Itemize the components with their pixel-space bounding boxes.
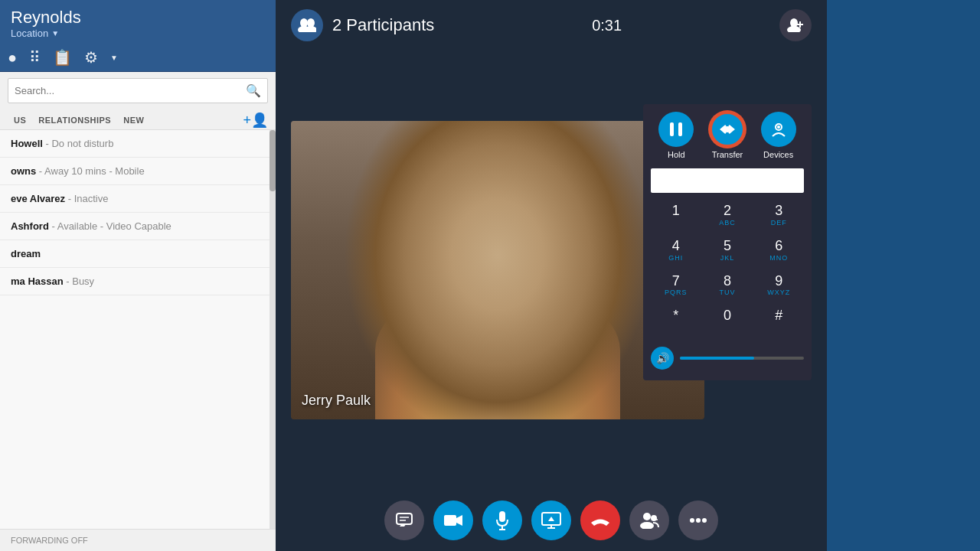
contact-name: ma Hassan: [11, 276, 64, 287]
dialpad-input[interactable]: [651, 168, 804, 193]
sidebar-search-box: 🔍: [8, 78, 268, 103]
devices-label: Devices: [763, 150, 793, 159]
settings-icon[interactable]: ⚙: [84, 48, 98, 67]
sidebar-footer: FORWARDING OFF: [0, 529, 276, 551]
sidebar-header: Reynolds Location ▼: [0, 0, 276, 44]
video-wrapper: Jerry Paulk Hold: [276, 51, 827, 490]
contact-status: - Inactive: [68, 193, 109, 204]
key-3[interactable]: 3DEF: [754, 199, 804, 233]
volume-icon[interactable]: 🔊: [651, 347, 674, 370]
volume-bar: 🔊: [651, 344, 804, 373]
add-participant-button[interactable]: [779, 9, 812, 41]
dialpad-grid: 1 2ABC 3DEF 4GHI 5JKL 6MNO 7PQRS 8TUV 9W…: [651, 199, 804, 337]
key-hash[interactable]: #: [754, 304, 804, 337]
dialpad-icon[interactable]: ⠿: [29, 48, 41, 67]
contact-name: Ashford: [11, 220, 49, 232]
more-options-button[interactable]: [678, 500, 718, 540]
sidebar-location-text: Location: [11, 28, 48, 39]
hold-label: Hold: [668, 150, 685, 159]
key-5[interactable]: 5JKL: [702, 234, 752, 268]
call-header: 2 Participants 0:31: [276, 0, 827, 51]
svg-rect-16: [499, 511, 505, 522]
calendar-icon[interactable]: 📋: [53, 48, 72, 67]
person-face: [291, 121, 704, 419]
chevron-down-icon: ▼: [51, 29, 59, 37]
tab-relationships[interactable]: RELATIONSHIPS: [32, 111, 117, 129]
svg-rect-15: [444, 515, 456, 526]
contact-name: owns: [11, 165, 36, 177]
participants-button[interactable]: [629, 500, 669, 540]
svg-point-27: [696, 518, 701, 523]
volume-fill: [680, 357, 754, 360]
transfer-label: Transfer: [712, 150, 743, 159]
dialpad-panel: Hold Transfer: [643, 104, 812, 380]
svg-point-23: [651, 515, 657, 521]
key-6[interactable]: 6MNO: [754, 234, 804, 268]
contact-status: - Busy: [66, 276, 94, 287]
sidebar-location[interactable]: Location ▼: [11, 28, 265, 39]
call-controls: [276, 490, 827, 551]
mic-button[interactable]: [482, 500, 522, 540]
participants-icon: [291, 9, 323, 41]
svg-point-22: [643, 513, 651, 520]
transfer-button[interactable]: Transfer: [710, 112, 745, 159]
add-contact-button[interactable]: +👤: [243, 112, 268, 129]
list-item[interactable]: eve Alvarez - Inactive: [0, 185, 276, 213]
volume-track[interactable]: [680, 357, 804, 360]
key-0[interactable]: 0: [702, 304, 752, 337]
scrollbar-track: [270, 130, 276, 529]
contact-name: Howell: [11, 138, 43, 149]
contacts-list: Howell - Do not disturb owns - Away 10 m…: [0, 130, 276, 529]
scrollbar-thumb[interactable]: [270, 130, 276, 191]
hold-icon: [658, 112, 694, 147]
contact-status: - Do not disturb: [46, 138, 114, 149]
key-2[interactable]: 2ABC: [702, 199, 752, 233]
screen-share-button[interactable]: [531, 500, 571, 540]
right-background: [827, 0, 980, 551]
svg-point-11: [777, 126, 780, 129]
svg-point-24: [640, 522, 654, 529]
dialpad-controls: Hold Transfer: [651, 112, 804, 159]
key-7[interactable]: 7PQRS: [651, 269, 701, 303]
search-button[interactable]: 🔍: [240, 79, 267, 103]
end-call-button[interactable]: [580, 500, 620, 540]
svg-point-28: [702, 518, 707, 523]
chat-button[interactable]: [384, 500, 424, 540]
svg-point-26: [690, 518, 694, 523]
key-4[interactable]: 4GHI: [651, 234, 701, 268]
search-input[interactable]: [8, 80, 240, 101]
svg-rect-9: [678, 122, 682, 136]
sidebar-user-name: Reynolds: [11, 8, 265, 28]
call-timer: 0:31: [592, 17, 622, 34]
svg-rect-12: [397, 514, 412, 524]
video-button[interactable]: [433, 500, 473, 540]
sidebar-toolbar: ● ⠿ 📋 ⚙ ▼: [0, 44, 276, 72]
settings-dropdown-icon[interactable]: ▼: [110, 54, 118, 62]
key-9[interactable]: 9WXYZ: [754, 269, 804, 303]
hold-button[interactable]: Hold: [658, 112, 694, 159]
devices-button[interactable]: Devices: [761, 112, 796, 159]
svg-rect-8: [670, 122, 674, 136]
key-8[interactable]: 8TUV: [702, 269, 752, 303]
list-item[interactable]: Howell - Do not disturb: [0, 130, 276, 158]
contact-name: dream: [11, 248, 41, 259]
list-item[interactable]: dream: [0, 240, 276, 268]
svg-point-25: [656, 519, 658, 520]
list-item[interactable]: Ashford - Available - Video Capable: [0, 213, 276, 240]
tab-us[interactable]: US: [8, 111, 32, 129]
main-call-area: 2 Participants 0:31 Jerry Paulk: [276, 0, 827, 551]
list-item[interactable]: ma Hassan - Busy: [0, 268, 276, 295]
caller-name-tag: Jerry Paulk: [302, 393, 371, 409]
sidebar: Reynolds Location ▼ ● ⠿ 📋 ⚙ ▼ 🔍 US RELAT…: [0, 0, 276, 551]
contact-name: eve Alvarez: [11, 193, 65, 204]
key-1[interactable]: 1: [651, 199, 701, 233]
tab-new[interactable]: NEW: [117, 111, 150, 129]
contact-status: - Away 10 mins - Mobile: [39, 165, 145, 177]
contact-status: - Available - Video Capable: [51, 220, 171, 232]
participants-info: 2 Participants: [291, 9, 434, 41]
list-item[interactable]: owns - Away 10 mins - Mobile: [0, 158, 276, 185]
status-icon[interactable]: ●: [8, 49, 17, 67]
video-frame: Jerry Paulk: [291, 121, 704, 419]
devices-icon: [761, 112, 796, 147]
key-star[interactable]: *: [651, 304, 701, 337]
